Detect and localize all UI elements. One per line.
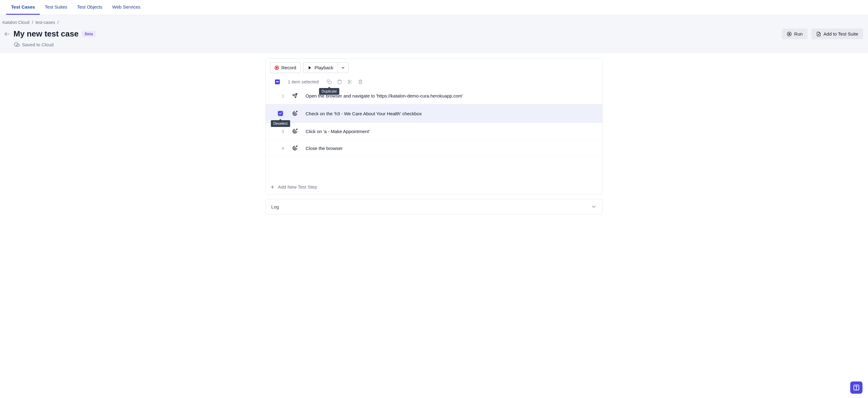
editor-card: Record Playback 1 item selected Duplicat…: [266, 58, 602, 195]
step-row[interactable]: Deselect Check on the 'h3 - We Care Abou…: [266, 104, 602, 123]
log-panel[interactable]: Log: [266, 199, 602, 214]
target-icon: [292, 145, 298, 151]
delete-button[interactable]: [358, 80, 363, 84]
tab-test-cases[interactable]: Test Cases: [6, 0, 40, 15]
svg-line-20: [296, 146, 297, 148]
main-area: Record Playback 1 item selected Duplicat…: [0, 53, 868, 220]
step-number: 4: [272, 146, 284, 151]
svg-line-16: [296, 111, 297, 113]
file-add-icon: [816, 32, 821, 36]
step-text: Check on the 'h3 - We Care About Your He…: [306, 111, 422, 116]
navigate-icon: [292, 93, 298, 98]
svg-line-18: [296, 129, 297, 131]
selection-actions: Duplicate: [327, 80, 363, 84]
playback-button-group: Playback: [303, 62, 348, 73]
add-new-step-button[interactable]: Add New Test Step: [266, 178, 602, 194]
playback-button[interactable]: Playback: [303, 62, 338, 73]
record-button-label: Record: [281, 65, 296, 70]
record-dot-icon: [275, 66, 279, 70]
duplicate-tooltip: Duplicate: [319, 88, 339, 95]
svg-rect-7: [339, 80, 340, 81]
title-actions: Run Add to Test Suite: [782, 29, 866, 39]
step-text: Close the browser: [306, 146, 343, 151]
saved-status-text: Saved to Cloud: [22, 42, 54, 47]
selection-row: 1 item selected Duplicate: [266, 76, 602, 87]
step-row[interactable]: 1 Open the browser and navigate to 'http…: [266, 87, 602, 104]
check-icon: [279, 112, 282, 115]
duplicate-icon: [327, 80, 332, 84]
tab-test-objects[interactable]: Test Objects: [72, 0, 107, 15]
run-button[interactable]: Run: [782, 29, 808, 39]
play-circle-icon: [787, 32, 792, 36]
play-icon: [308, 66, 312, 70]
breadcrumb-separator: /: [32, 20, 33, 25]
record-button[interactable]: Record: [270, 62, 301, 73]
duplicate-button[interactable]: Duplicate: [327, 80, 332, 84]
breadcrumb-separator: /: [58, 20, 59, 25]
editor-toolbar: Record Playback: [266, 59, 602, 76]
paste-icon: [337, 80, 342, 84]
back-arrow-icon[interactable]: [4, 31, 10, 37]
run-button-label: Run: [794, 31, 803, 36]
chevron-down-icon: [341, 66, 345, 70]
svg-point-17: [294, 131, 295, 131]
cut-button[interactable]: [347, 80, 352, 84]
svg-marker-2: [789, 33, 790, 35]
step-row[interactable]: 4 Close the browser: [266, 140, 602, 157]
saved-status-row: Saved to Cloud: [2, 40, 866, 47]
add-to-test-suite-button[interactable]: Add to Test Suite: [811, 29, 863, 39]
target-icon: [292, 128, 298, 134]
breadcrumb-link-root[interactable]: Katalon Cloud: [2, 20, 29, 25]
breadcrumb: Katalon Cloud / test-cases /: [2, 19, 866, 27]
paste-button[interactable]: [337, 80, 342, 84]
step-icon-wrap: [290, 111, 300, 116]
step-icon-wrap: [290, 145, 300, 151]
step-icon-wrap: [290, 93, 300, 98]
top-nav: Test Cases Test Suites Test Objects Web …: [0, 0, 868, 15]
cut-icon: [347, 80, 352, 84]
cloud-check-icon: [14, 42, 20, 47]
chevron-down-icon: [591, 204, 597, 210]
select-all-checkbox[interactable]: [275, 80, 280, 84]
svg-point-19: [294, 148, 295, 148]
step-number: 3: [272, 129, 284, 134]
page-title: My new test case: [13, 29, 79, 39]
breadcrumb-link-testcases[interactable]: test-cases: [36, 20, 55, 25]
target-icon: [292, 111, 298, 116]
log-title: Log: [271, 204, 279, 209]
playback-dropdown-button[interactable]: [338, 62, 348, 73]
step-icon-wrap: [290, 128, 300, 134]
svg-marker-5: [309, 66, 311, 69]
tab-test-suites[interactable]: Test Suites: [40, 0, 72, 15]
step-text: Click on 'a - Make Appointment': [306, 129, 370, 134]
svg-line-11: [351, 82, 352, 83]
step-checkbox-col: Deselect: [272, 110, 284, 117]
playback-button-label: Playback: [314, 65, 333, 70]
step-number: 1: [272, 93, 284, 98]
deselect-tooltip: Deselect: [271, 120, 290, 127]
page-subheader: Katalon Cloud / test-cases / My new test…: [0, 15, 868, 53]
step-row[interactable]: 3 Click on 'a - Make Appointment': [266, 123, 602, 140]
tab-web-services[interactable]: Web Services: [107, 0, 145, 15]
svg-point-9: [348, 83, 349, 84]
selection-count: 1 item selected: [288, 79, 319, 84]
add-to-test-suite-label: Add to Test Suite: [824, 31, 858, 36]
svg-point-15: [294, 113, 295, 114]
plus-icon: [270, 185, 275, 189]
beta-badge: Beta: [82, 31, 96, 37]
svg-line-12: [349, 81, 350, 82]
title-row: My new test case Beta Run Add to Test Su…: [2, 27, 866, 40]
svg-rect-6: [329, 81, 331, 84]
svg-point-8: [348, 80, 349, 81]
add-new-step-label: Add New Test Step: [278, 184, 317, 189]
trash-icon: [358, 80, 363, 84]
step-checkbox[interactable]: Deselect: [277, 110, 284, 117]
